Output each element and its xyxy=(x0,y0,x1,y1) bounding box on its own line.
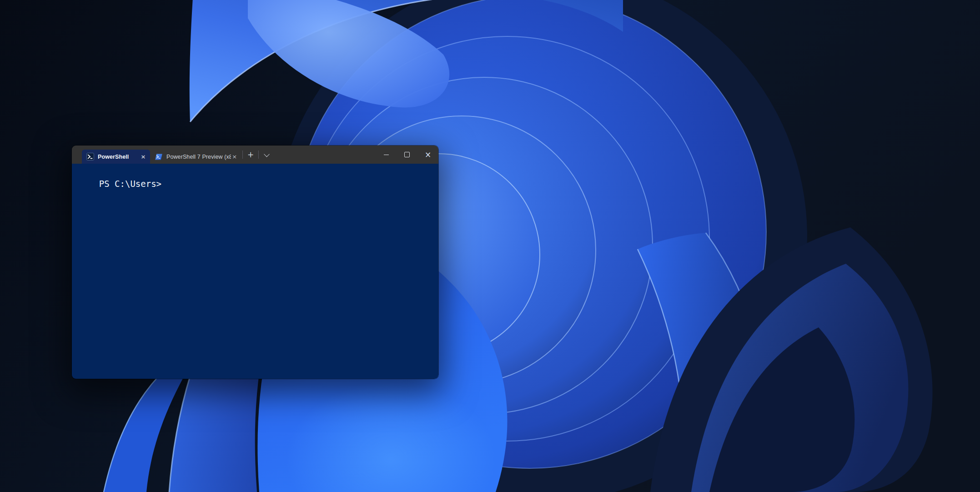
tabbar-divider xyxy=(242,151,243,159)
maximize-icon xyxy=(404,152,410,157)
prompt-line: PS C:\Users> xyxy=(99,179,161,189)
new-tab-button[interactable]: + xyxy=(244,149,257,161)
tab-dropdown-button[interactable] xyxy=(260,149,273,161)
minimize-icon xyxy=(384,155,389,155)
chevron-down-icon xyxy=(264,151,270,157)
maximize-button[interactable] xyxy=(397,146,417,164)
tab-powershell-7-preview[interactable]: PowerShell 7 Preview (x86) × xyxy=(150,150,241,164)
plus-icon: + xyxy=(247,151,254,159)
title-bar[interactable]: PowerShell × PowerShell 7 Preview (x86) xyxy=(72,146,438,164)
tab-label: PowerShell xyxy=(98,154,129,160)
powershell-7-icon xyxy=(155,153,163,161)
powershell-windows-icon xyxy=(86,153,94,161)
close-icon: × xyxy=(425,151,431,159)
close-button[interactable]: × xyxy=(417,146,438,164)
tab-label: PowerShell 7 Preview (x86) xyxy=(166,154,231,160)
terminal-output[interactable]: PS C:\Users> xyxy=(72,164,438,379)
tab-close-icon[interactable]: × xyxy=(231,153,238,161)
window-controls: × xyxy=(376,146,438,164)
tabbar-divider xyxy=(258,151,259,159)
terminal-window[interactable]: PowerShell × PowerShell 7 Preview (x86) xyxy=(72,146,438,379)
tab-powershell[interactable]: PowerShell × xyxy=(82,150,150,164)
tab-close-icon[interactable]: × xyxy=(139,153,147,161)
minimize-button[interactable] xyxy=(376,146,397,164)
